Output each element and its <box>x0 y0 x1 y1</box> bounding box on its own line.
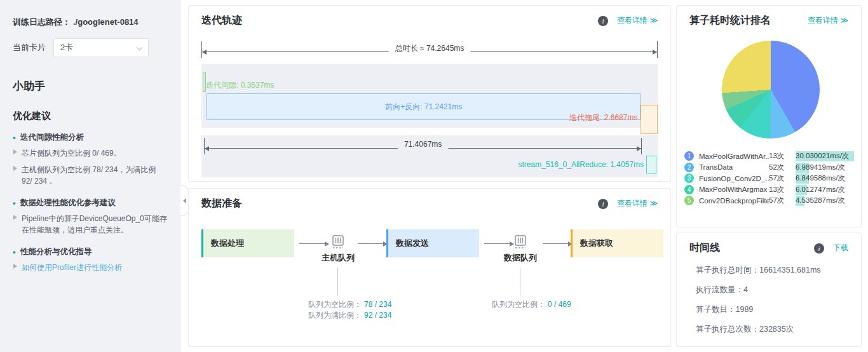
rank-badge: 2 <box>684 163 694 172</box>
timeline-stats: 算子执行总时间：16614351.681ms 执行流数量：4 算子数目：1989… <box>677 260 861 335</box>
op-rank-row[interactable]: 1 MaxPoolGradWithAr... 13次 30.030021ms/次 <box>684 151 855 162</box>
iteration-tail-bar[interactable] <box>641 105 658 134</box>
op-rank-row[interactable]: 3 FusionOp_Conv2D_... 57次 6.849588ms/次 <box>684 173 855 184</box>
suggestion-group-title: •性能分析与优化指导 <box>13 247 168 257</box>
current-card-label: 当前卡片 <box>13 42 46 53</box>
host-queue-label: 主机队列 <box>318 252 358 264</box>
iteration-trace-title: 迭代轨迹 <box>201 14 242 27</box>
stat-row: 队列为空比例：78 / 234 <box>308 299 391 310</box>
rank-badge: 1 <box>684 151 694 161</box>
allreduce-label: stream_516_0_AllReduce: 1.4057ms <box>519 160 644 169</box>
node-data-fetch[interactable]: 数据获取 <box>571 229 663 257</box>
stat-row: 算子执行总次数：232835次 <box>696 324 848 335</box>
allreduce-band: 71.4067ms stream_516_0_AllReduce: 1.4057… <box>201 135 658 177</box>
info-icon[interactable]: i <box>814 243 824 254</box>
total-duration-arrow: 总时长 ≈ 74.2645ms <box>201 41 658 58</box>
op-rank-detail-link[interactable]: 查看详情 ≫ <box>808 15 848 26</box>
suggestion-group-title: •数据处理性能优化参考建议 <box>13 198 168 208</box>
op-time-pie[interactable] <box>722 41 820 139</box>
suggestion-group-title: •迭代间隙性能分析 <box>13 132 168 143</box>
triangle-icon <box>13 215 17 220</box>
op-count: 13次 <box>769 185 796 194</box>
op-time-rank-title: 算子耗时统计排名 <box>689 14 771 27</box>
op-count: 52次 <box>769 163 796 172</box>
fwd-bwd-label: 前向+反向: 71.2421ms <box>385 102 462 112</box>
node-data-send[interactable]: 数据发送 <box>386 229 479 257</box>
op-rank-row[interactable]: 2 TransData 52次 6.989419ms/次 <box>684 162 855 173</box>
stat-row: 队列为满比例：92 / 234 <box>308 310 391 321</box>
queue-icon <box>512 234 529 250</box>
bullet-icon: • <box>13 133 16 142</box>
queue-icon <box>330 234 346 250</box>
train-log-path-label: 训练日志路径： <box>13 17 71 27</box>
profiler-guide-link[interactable]: 如何使用Profiler进行性能分析 <box>13 262 168 274</box>
suggestion-group: •性能分析与优化指导 如何使用Profiler进行性能分析 <box>13 247 168 274</box>
timeline-title: 时间线 <box>689 241 720 255</box>
op-count: 57次 <box>769 196 796 205</box>
bullet-icon: • <box>13 247 16 257</box>
node-data-process[interactable]: 数据处理 <box>201 229 294 257</box>
allreduce-bar[interactable] <box>646 156 656 173</box>
data-queue-label: 数据队列 <box>500 252 541 264</box>
op-avg-time: 6.849588ms/次 <box>796 174 845 182</box>
flow-arrow-icon <box>299 243 325 244</box>
rank-badge: 3 <box>684 173 694 183</box>
op-name: MaxPoolWithArgmax <box>699 186 769 193</box>
timeline-download-link[interactable]: 下载 <box>833 243 848 254</box>
suggestion-group: •数据处理性能优化参考建议 Pipeline中的算子DeviceQueueOp_… <box>13 198 168 236</box>
op-name: Conv2DBackpropFilter <box>699 197 769 205</box>
op-time-rank-panel: 算子耗时统计排名 查看详情 ≫ 1 MaxPoolGradWithAr... 1… <box>676 5 862 227</box>
iteration-trace-panel: 迭代轨迹 i 查看详情 ≫ 总时长 ≈ 74.2645ms 迭代间隙: 0.35… <box>188 5 671 182</box>
suggestions-title: 优化建议 <box>13 110 168 122</box>
rank-badge: 4 <box>684 185 694 194</box>
connector-line <box>520 267 520 295</box>
info-icon[interactable]: i <box>598 16 608 26</box>
suggestion-item: 主机侧队列为空比例 78/ 234，为满比例 92/ 234 。 <box>13 164 168 187</box>
iteration-tail-label: 迭代拖尾: 2.6687ms <box>569 112 637 123</box>
flow-arrow-icon <box>358 243 383 244</box>
data-prep-panel: 数据准备 i 查看详情 ≫ 数据处理 主机队列 数据发送 数据队列 <box>188 188 671 347</box>
suggestion-item: Pipeline中的算子DeviceQueueOp_0可能存在性能瓶颈，请用户重… <box>13 213 168 236</box>
profiler-dashboard: 训练日志路径：./googlenet-0814 当前卡片 2卡 小助手 优化建议… <box>0 0 868 352</box>
triangle-icon <box>13 264 17 269</box>
op-name: TransData <box>699 163 769 171</box>
bullet-icon: • <box>13 198 16 208</box>
op-avg-time: 30.030021ms/次 <box>796 152 849 159</box>
total-duration-label: 总时长 ≈ 74.2645ms <box>389 43 471 54</box>
iteration-detail-link[interactable]: 查看详情 ≫ <box>617 15 658 26</box>
op-count: 57次 <box>769 173 796 183</box>
data-prep-title: 数据准备 <box>201 197 242 210</box>
timeline-panel: 时间线 i 下载 算子执行总时间：16614351.681ms 执行流数量：4 … <box>676 233 862 347</box>
card-select-value: 2卡 <box>60 42 73 53</box>
info-icon[interactable]: i <box>598 199 608 209</box>
op-rank-list: 1 MaxPoolGradWithAr... 13次 30.030021ms/次… <box>684 151 855 206</box>
assistant-title: 小助手 <box>13 79 168 93</box>
card-select[interactable]: 2卡 <box>53 38 149 57</box>
train-log-path-value: ./googlenet-0814 <box>73 17 139 27</box>
op-count: 13次 <box>769 151 796 161</box>
iteration-gap-label: 迭代间隙: 0.3537ms <box>206 80 274 91</box>
host-queue-stats: 队列为空比例：78 / 234 队列为满比例：92 / 234 <box>308 299 391 321</box>
suggestion-item: 芯片侧队列为空比例 0/ 469。 <box>13 147 168 159</box>
op-avg-time: 4.535287ms/次 <box>796 196 845 204</box>
rank-badge: 5 <box>684 196 694 205</box>
op-avg-time: 6.012747ms/次 <box>796 186 845 193</box>
data-queue-stats: 队列为空比例：0 / 469 <box>492 299 571 310</box>
op-avg-time: 6.989419ms/次 <box>796 163 845 171</box>
collapse-left-icon <box>183 198 186 203</box>
flow-arrow-icon <box>484 243 510 244</box>
op-rank-row[interactable]: 4 MaxPoolWithArgmax 13次 6.012747ms/次 <box>684 184 855 196</box>
helper-sidebar: 训练日志路径：./googlenet-0814 当前卡片 2卡 小助手 优化建议… <box>0 0 181 352</box>
triangle-icon <box>13 166 17 171</box>
data-prep-detail-link[interactable]: 查看详情 ≫ <box>617 198 658 209</box>
op-name: FusionOp_Conv2D_... <box>699 175 769 182</box>
stat-row: 执行流数量：4 <box>696 285 848 295</box>
fwd-bwd-duration-label: 71.4067ms <box>398 140 448 149</box>
stat-row: 算子数目：1989 <box>696 304 848 315</box>
stat-row: 算子执行总时间：16614351.681ms <box>696 265 848 276</box>
op-rank-row[interactable]: 5 Conv2DBackpropFilter 57次 4.535287ms/次 <box>684 195 855 206</box>
flow-arrow-icon <box>543 243 568 244</box>
stat-row: 队列为空比例：0 / 469 <box>492 299 571 310</box>
triangle-icon <box>13 149 17 154</box>
suggestion-group: •迭代间隙性能分析 芯片侧队列为空比例 0/ 469。 主机侧队列为空比例 78… <box>13 132 168 187</box>
